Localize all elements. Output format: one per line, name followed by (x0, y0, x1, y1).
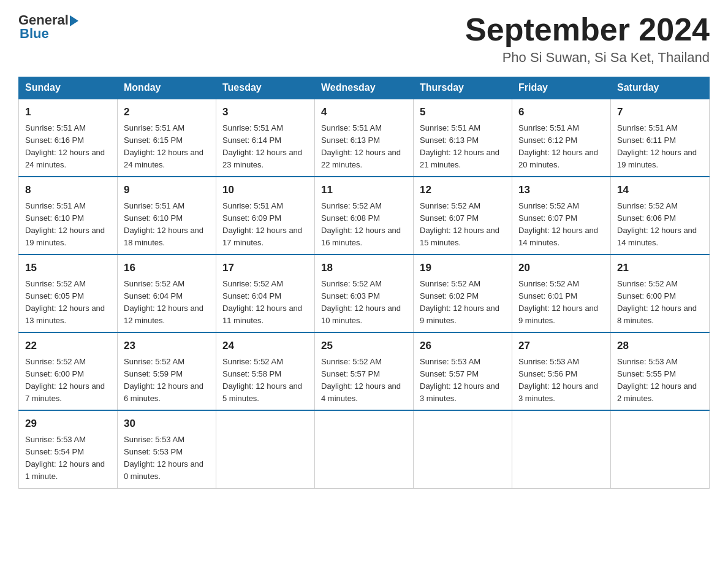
day-info: Sunrise: 5:51 AMSunset: 6:13 PMDaylight:… (420, 122, 506, 172)
header-tuesday: Tuesday (216, 77, 315, 99)
calendar-cell (611, 410, 710, 488)
day-info: Sunrise: 5:52 AMSunset: 6:08 PMDaylight:… (321, 200, 407, 250)
calendar-subtitle: Pho Si Suwan, Si Sa Ket, Thailand (465, 50, 710, 66)
day-info: Sunrise: 5:53 AMSunset: 5:56 PMDaylight:… (518, 356, 604, 405)
calendar-cell (315, 410, 414, 488)
calendar-cell: 10Sunrise: 5:51 AMSunset: 6:09 PMDayligh… (216, 177, 315, 255)
day-info: Sunrise: 5:52 AMSunset: 6:03 PMDaylight:… (321, 278, 407, 327)
day-info: Sunrise: 5:52 AMSunset: 6:07 PMDaylight:… (518, 200, 604, 250)
day-info: Sunrise: 5:51 AMSunset: 6:09 PMDaylight:… (222, 200, 308, 250)
day-info: Sunrise: 5:52 AMSunset: 5:59 PMDaylight:… (124, 356, 210, 405)
page-header: General Blue September 2024 Pho Si Suwan… (18, 12, 710, 66)
day-info: Sunrise: 5:53 AMSunset: 5:54 PMDaylight:… (25, 434, 111, 483)
day-number: 14 (617, 182, 703, 198)
calendar-cell: 6Sunrise: 5:51 AMSunset: 6:12 PMDaylight… (512, 99, 611, 177)
day-info: Sunrise: 5:52 AMSunset: 6:00 PMDaylight:… (617, 278, 703, 327)
day-info: Sunrise: 5:52 AMSunset: 6:00 PMDaylight:… (25, 356, 111, 405)
day-number: 28 (617, 338, 703, 354)
day-number: 3 (222, 104, 308, 120)
calendar-cell: 7Sunrise: 5:51 AMSunset: 6:11 PMDaylight… (611, 99, 710, 177)
day-number: 12 (420, 182, 506, 198)
day-info: Sunrise: 5:53 AMSunset: 5:53 PMDaylight:… (124, 434, 210, 483)
calendar-cell: 13Sunrise: 5:52 AMSunset: 6:07 PMDayligh… (512, 177, 611, 255)
day-info: Sunrise: 5:52 AMSunset: 6:05 PMDaylight:… (25, 278, 111, 327)
day-number: 21 (617, 260, 703, 276)
day-number: 5 (420, 104, 506, 120)
calendar-cell: 22Sunrise: 5:52 AMSunset: 6:00 PMDayligh… (19, 332, 118, 410)
logo: General Blue (18, 12, 78, 42)
header-saturday: Saturday (611, 77, 710, 99)
header-friday: Friday (512, 77, 611, 99)
calendar-week-row: 8Sunrise: 5:51 AMSunset: 6:10 PMDaylight… (19, 177, 710, 255)
calendar-cell: 3Sunrise: 5:51 AMSunset: 6:14 PMDaylight… (216, 99, 315, 177)
day-number: 2 (124, 104, 210, 120)
calendar-cell: 23Sunrise: 5:52 AMSunset: 5:59 PMDayligh… (118, 332, 216, 410)
day-number: 6 (518, 104, 604, 120)
calendar-cell: 24Sunrise: 5:52 AMSunset: 5:58 PMDayligh… (216, 332, 315, 410)
day-number: 23 (124, 338, 210, 354)
header-wednesday: Wednesday (315, 77, 414, 99)
calendar-cell (414, 410, 512, 488)
calendar-cell: 30Sunrise: 5:53 AMSunset: 5:53 PMDayligh… (118, 410, 216, 488)
calendar-week-row: 1Sunrise: 5:51 AMSunset: 6:16 PMDaylight… (19, 99, 710, 177)
header-sunday: Sunday (19, 77, 118, 99)
calendar-cell: 5Sunrise: 5:51 AMSunset: 6:13 PMDaylight… (414, 99, 512, 177)
day-number: 27 (518, 338, 604, 354)
day-number: 24 (222, 338, 308, 354)
day-number: 22 (25, 338, 111, 354)
day-number: 29 (25, 416, 111, 432)
day-number: 8 (25, 182, 111, 198)
calendar-cell: 11Sunrise: 5:52 AMSunset: 6:08 PMDayligh… (315, 177, 414, 255)
calendar-cell: 26Sunrise: 5:53 AMSunset: 5:57 PMDayligh… (414, 332, 512, 410)
day-number: 30 (124, 416, 210, 432)
day-number: 7 (617, 104, 703, 120)
day-info: Sunrise: 5:52 AMSunset: 6:01 PMDaylight:… (518, 278, 604, 327)
day-number: 26 (420, 338, 506, 354)
calendar-cell: 8Sunrise: 5:51 AMSunset: 6:10 PMDaylight… (19, 177, 118, 255)
day-number: 18 (321, 260, 407, 276)
day-number: 19 (420, 260, 506, 276)
calendar-table: SundayMondayTuesdayWednesdayThursdayFrid… (18, 77, 710, 488)
calendar-cell: 16Sunrise: 5:52 AMSunset: 6:04 PMDayligh… (118, 255, 216, 332)
header-monday: Monday (118, 77, 216, 99)
day-info: Sunrise: 5:52 AMSunset: 6:04 PMDaylight:… (222, 278, 308, 327)
title-block: September 2024 Pho Si Suwan, Si Sa Ket, … (465, 12, 710, 66)
calendar-cell: 1Sunrise: 5:51 AMSunset: 6:16 PMDaylight… (19, 99, 118, 177)
day-info: Sunrise: 5:52 AMSunset: 5:57 PMDaylight:… (321, 356, 407, 405)
day-info: Sunrise: 5:51 AMSunset: 6:15 PMDaylight:… (124, 122, 210, 172)
calendar-cell: 17Sunrise: 5:52 AMSunset: 6:04 PMDayligh… (216, 255, 315, 332)
day-number: 9 (124, 182, 210, 198)
calendar-cell: 28Sunrise: 5:53 AMSunset: 5:55 PMDayligh… (611, 332, 710, 410)
calendar-cell: 27Sunrise: 5:53 AMSunset: 5:56 PMDayligh… (512, 332, 611, 410)
day-info: Sunrise: 5:51 AMSunset: 6:14 PMDaylight:… (222, 122, 308, 172)
header-thursday: Thursday (414, 77, 512, 99)
calendar-week-row: 15Sunrise: 5:52 AMSunset: 6:05 PMDayligh… (19, 255, 710, 332)
calendar-cell: 21Sunrise: 5:52 AMSunset: 6:00 PMDayligh… (611, 255, 710, 332)
day-info: Sunrise: 5:52 AMSunset: 6:06 PMDaylight:… (617, 200, 703, 250)
day-number: 25 (321, 338, 407, 354)
calendar-week-row: 29Sunrise: 5:53 AMSunset: 5:54 PMDayligh… (19, 410, 710, 488)
day-info: Sunrise: 5:52 AMSunset: 6:04 PMDaylight:… (124, 278, 210, 327)
day-info: Sunrise: 5:51 AMSunset: 6:12 PMDaylight:… (518, 122, 604, 172)
day-number: 20 (518, 260, 604, 276)
day-number: 4 (321, 104, 407, 120)
calendar-cell: 9Sunrise: 5:51 AMSunset: 6:10 PMDaylight… (118, 177, 216, 255)
day-info: Sunrise: 5:51 AMSunset: 6:16 PMDaylight:… (25, 122, 111, 172)
calendar-cell: 14Sunrise: 5:52 AMSunset: 6:06 PMDayligh… (611, 177, 710, 255)
day-info: Sunrise: 5:51 AMSunset: 6:10 PMDaylight:… (25, 200, 111, 250)
day-info: Sunrise: 5:52 AMSunset: 5:58 PMDaylight:… (222, 356, 308, 405)
calendar-cell: 18Sunrise: 5:52 AMSunset: 6:03 PMDayligh… (315, 255, 414, 332)
day-number: 10 (222, 182, 308, 198)
day-number: 11 (321, 182, 407, 198)
day-number: 1 (25, 104, 111, 120)
calendar-cell (216, 410, 315, 488)
calendar-cell: 15Sunrise: 5:52 AMSunset: 6:05 PMDayligh… (19, 255, 118, 332)
day-info: Sunrise: 5:51 AMSunset: 6:13 PMDaylight:… (321, 122, 407, 172)
day-info: Sunrise: 5:51 AMSunset: 6:10 PMDaylight:… (124, 200, 210, 250)
day-number: 13 (518, 182, 604, 198)
calendar-cell: 4Sunrise: 5:51 AMSunset: 6:13 PMDaylight… (315, 99, 414, 177)
calendar-cell: 20Sunrise: 5:52 AMSunset: 6:01 PMDayligh… (512, 255, 611, 332)
calendar-cell: 2Sunrise: 5:51 AMSunset: 6:15 PMDaylight… (118, 99, 216, 177)
calendar-week-row: 22Sunrise: 5:52 AMSunset: 6:00 PMDayligh… (19, 332, 710, 410)
calendar-cell (512, 410, 611, 488)
